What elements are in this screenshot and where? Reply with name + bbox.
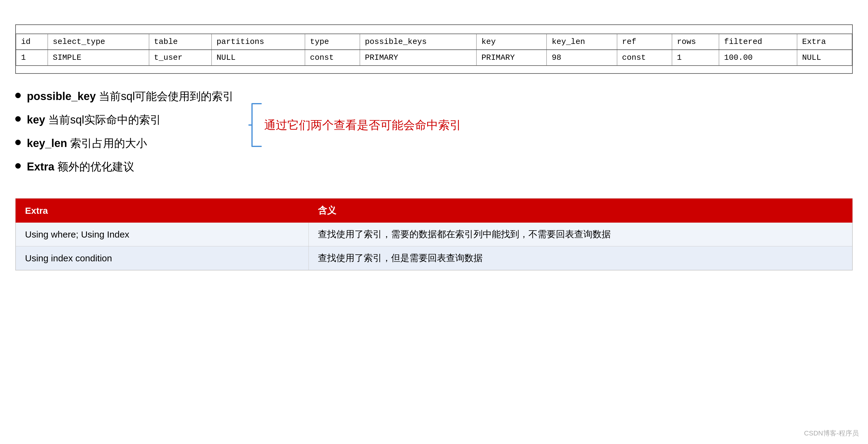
explain-header-cell: select_type [48,34,149,50]
sql-footer [16,66,852,73]
extra-table-header: Extra含义 [16,199,852,223]
bullet-text: key 当前sql实际命中的索引 [27,113,161,127]
bullet-dot-icon [15,140,21,145]
explain-data-cell: 1 [672,50,719,66]
extra-data-row: Using where; Using Index查找使用了索引，需要的数据都在索… [16,223,852,246]
explain-data-cell: 100.00 [719,50,797,66]
bullet-item: Extra 额外的优化建议 [15,159,234,175]
explain-header-cell: ref [617,34,672,50]
explain-table: idselect_typetablepartitionstypepossible… [16,34,852,66]
explain-table-header: idselect_typetablepartitionstypepossible… [16,34,852,50]
explain-data-cell: const [305,50,360,66]
bracket-annotation-text: 通过它们两个查看是否可能会命中索引 [264,118,461,133]
extra-meaning-cell: 查找使用了索引，需要的数据都在索引列中能找到，不需要回表查询数据 [308,223,852,246]
explain-header-cell: key [476,34,547,50]
explain-data-cell: NULL [211,50,305,66]
sql-terminal: idselect_typetablepartitionstypepossible… [15,24,853,74]
explain-data-cell: PRIMARY [360,50,476,66]
extra-table-container: Extra含义 Using where; Using Index查找使用了索引，… [15,198,853,271]
bullet-text: possible_key 当前sql可能会使用到的索引 [27,89,234,104]
bullet-text: Extra 额外的优化建议 [27,159,134,175]
bullets-section: possible_key 当前sql可能会使用到的索引key 当前sql实际命中… [15,89,853,183]
explain-table-body: 1SIMPLEt_userNULLconstPRIMARYPRIMARY98co… [16,50,852,66]
explain-header-cell: key_len [547,34,617,50]
explain-data-cell: PRIMARY [476,50,547,66]
extra-value-cell: Using index condition [16,246,309,270]
bullet-item: key_len 索引占用的大小 [15,136,234,151]
explain-data-cell: SIMPLE [48,50,149,66]
bullet-dot-icon [15,163,21,169]
explain-header-cell: partitions [211,34,305,50]
explain-header-cell: id [16,34,48,50]
explain-header-cell: type [305,34,360,50]
extra-data-row: Using index condition查找使用了索引，但是需要回表查询数据 [16,246,852,270]
sql-command [16,25,852,34]
explain-data-cell: t_user [149,50,211,66]
bullet-list: possible_key 当前sql可能会使用到的索引key 当前sql实际命中… [15,89,234,183]
extra-table-body: Using where; Using Index查找使用了索引，需要的数据都在索… [16,223,852,270]
explain-header-row: idselect_typetablepartitionstypepossible… [16,34,852,50]
explain-data-row: 1SIMPLEt_userNULLconstPRIMARYPRIMARY98co… [16,50,852,66]
explain-data-cell: 98 [547,50,617,66]
bullet-dot-icon [15,93,21,98]
bullet-item: key 当前sql实际命中的索引 [15,113,234,127]
explain-header-cell: rows [672,34,719,50]
explain-data-cell: const [617,50,672,66]
explain-header-cell: table [149,34,211,50]
extra-header-row: Extra含义 [16,199,852,223]
explain-header-cell: possible_keys [360,34,476,50]
bullet-dot-icon [15,116,21,122]
extra-table-section: Extra含义 Using where; Using Index查找使用了索引，… [15,198,853,271]
extra-header-cell: Extra [16,199,309,223]
bracket-annotation: 通过它们两个查看是否可能会命中索引 [246,101,461,150]
bullet-item: possible_key 当前sql可能会使用到的索引 [15,89,234,104]
explain-header-cell: filtered [719,34,797,50]
bracket-icon [246,101,264,150]
explain-header-cell: Extra [797,34,852,50]
bullet-text: key_len 索引占用的大小 [27,136,147,151]
extra-table: Extra含义 Using where; Using Index查找使用了索引，… [16,198,852,270]
explain-data-cell: 1 [16,50,48,66]
extra-value-cell: Using where; Using Index [16,223,309,246]
extra-header-cell: 含义 [308,199,852,223]
explain-data-cell: NULL [797,50,852,66]
extra-meaning-cell: 查找使用了索引，但是需要回表查询数据 [308,246,852,270]
